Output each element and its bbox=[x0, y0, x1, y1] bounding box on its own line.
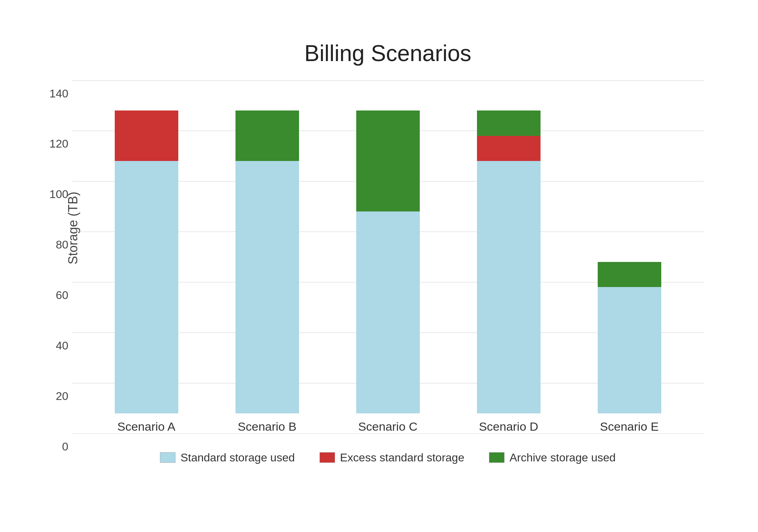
standard-segment bbox=[477, 161, 541, 413]
bars-row: Scenario AScenario BScenario CScenario D… bbox=[72, 80, 704, 434]
bar-group: Scenario B bbox=[232, 110, 303, 433]
legend-swatch bbox=[160, 452, 175, 463]
chart-area: Storage (TB) 020406080100120140Scenario … bbox=[72, 80, 704, 434]
legend-swatch bbox=[320, 452, 335, 463]
bar-x-label: Scenario A bbox=[117, 420, 175, 434]
bar-stack bbox=[356, 110, 420, 413]
archive-segment bbox=[598, 262, 661, 287]
grid-line bbox=[72, 434, 704, 434]
chart-title: Billing Scenarios bbox=[72, 40, 704, 66]
grid-and-bars: 020406080100120140Scenario AScenario BSc… bbox=[72, 80, 704, 434]
bar-group: Scenario C bbox=[353, 110, 423, 433]
bar-stack bbox=[598, 262, 661, 413]
legend: Standard storage usedExcess standard sto… bbox=[72, 451, 704, 464]
bar-x-label: Scenario D bbox=[479, 420, 538, 434]
bar-group: Scenario D bbox=[473, 110, 544, 433]
chart-container: Billing Scenarios Storage (TB) 020406080… bbox=[26, 19, 732, 513]
excess-segment bbox=[477, 136, 541, 161]
legend-label: Excess standard storage bbox=[340, 451, 464, 464]
legend-item: Standard storage used bbox=[160, 451, 295, 464]
archive-segment bbox=[356, 110, 420, 211]
legend-item: Archive storage used bbox=[489, 451, 616, 464]
bar-x-label: Scenario B bbox=[238, 420, 296, 434]
y-axis-tick-label: 80 bbox=[44, 238, 68, 251]
bar-stack bbox=[477, 110, 541, 413]
y-axis-tick-label: 120 bbox=[44, 137, 68, 150]
y-axis-tick-label: 20 bbox=[44, 389, 68, 402]
standard-segment bbox=[356, 211, 420, 413]
archive-segment bbox=[235, 110, 299, 161]
y-axis-tick-label: 0 bbox=[44, 440, 68, 453]
legend-label: Standard storage used bbox=[180, 451, 295, 464]
bar-group: Scenario E bbox=[594, 262, 665, 434]
standard-segment bbox=[235, 161, 299, 413]
legend-label: Archive storage used bbox=[509, 451, 616, 464]
y-axis-tick-label: 140 bbox=[44, 87, 68, 100]
bar-group: Scenario A bbox=[111, 110, 182, 433]
bar-x-label: Scenario C bbox=[358, 420, 417, 434]
y-axis-tick-label: 100 bbox=[44, 188, 68, 201]
bar-stack bbox=[235, 110, 299, 413]
standard-segment bbox=[115, 161, 178, 413]
standard-segment bbox=[598, 287, 661, 413]
bar-stack bbox=[115, 110, 178, 413]
y-axis-tick-label: 40 bbox=[44, 339, 68, 352]
bar-x-label: Scenario E bbox=[600, 420, 658, 434]
legend-swatch bbox=[489, 452, 505, 463]
archive-segment bbox=[477, 110, 541, 136]
y-axis-tick-label: 60 bbox=[44, 288, 68, 301]
legend-item: Excess standard storage bbox=[320, 451, 464, 464]
excess-segment bbox=[115, 110, 178, 161]
